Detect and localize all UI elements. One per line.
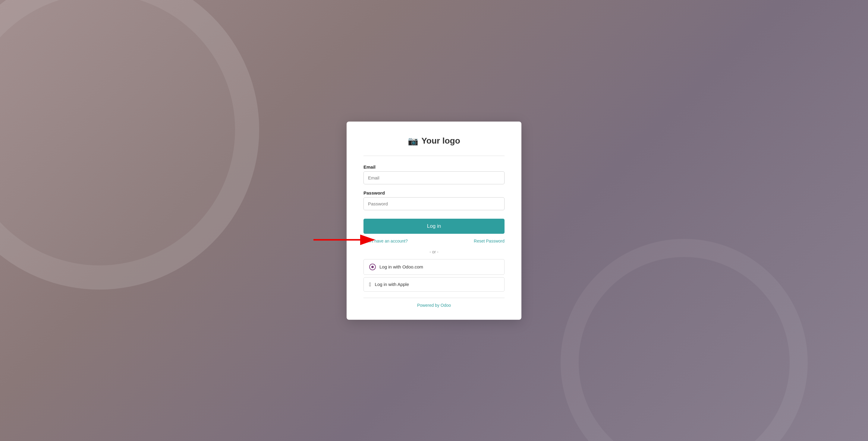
email-label: Email: [364, 165, 504, 170]
reset-password-link[interactable]: Reset Password: [474, 239, 504, 243]
login-apple-label: Log in with Apple: [375, 282, 409, 287]
top-divider: [364, 156, 504, 156]
odoo-icon: [369, 264, 376, 270]
password-label: Password: [364, 190, 504, 196]
password-group: Password: [364, 190, 504, 210]
links-row: Don't have an account? Reset Password: [364, 239, 504, 243]
logo-area: 📷 Your logo: [364, 136, 504, 146]
apple-icon: : [369, 282, 371, 287]
login-apple-button[interactable]:  Log in with Apple: [364, 277, 504, 292]
bottom-divider: [364, 298, 504, 298]
or-divider: - or -: [364, 249, 504, 254]
logo-text: Your logo: [421, 136, 460, 146]
login-odoo-button[interactable]: Log in with Odoo.com: [364, 259, 504, 275]
powered-by: Powered by Odoo: [364, 303, 504, 308]
password-input[interactable]: [364, 197, 504, 210]
login-card: 📷 Your logo Email Password Log in Don't …: [347, 122, 521, 320]
login-odoo-label: Log in with Odoo.com: [379, 264, 423, 269]
login-button[interactable]: Log in: [364, 219, 504, 234]
email-input[interactable]: [364, 171, 504, 184]
no-account-link[interactable]: Don't have an account?: [364, 239, 408, 243]
powered-by-link[interactable]: Powered by Odoo: [417, 303, 451, 308]
email-group: Email: [364, 165, 504, 184]
camera-icon: 📷: [408, 136, 418, 146]
